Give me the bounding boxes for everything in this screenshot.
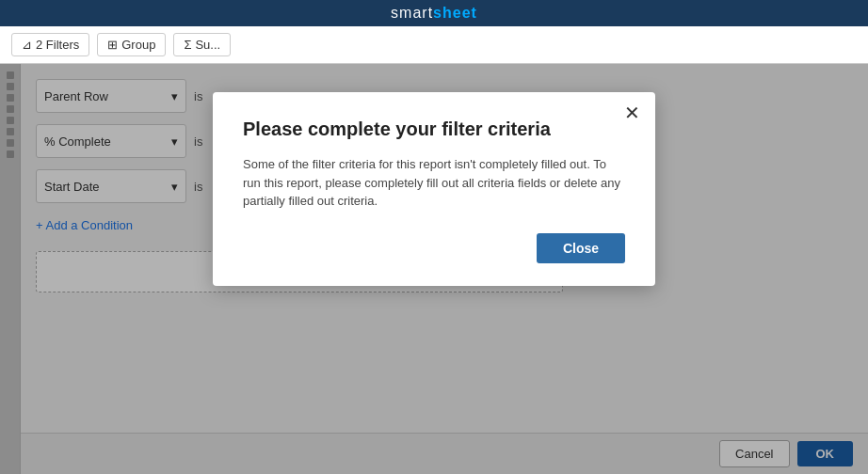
modal-footer: Close bbox=[243, 233, 625, 263]
filter-button[interactable]: ⊿ 2 Filters bbox=[11, 33, 89, 56]
filter-button-label: 2 Filters bbox=[36, 38, 79, 52]
modal-overlay: ✕ Please complete your filter criteria S… bbox=[0, 64, 868, 474]
group-icon: ⊞ bbox=[107, 38, 118, 52]
top-bar: smartsheet bbox=[0, 0, 868, 26]
main-area: Parent Row ▾ is % Complete ▾ is Start Da… bbox=[0, 64, 868, 474]
app-logo: smartsheet bbox=[391, 5, 477, 22]
toolbar: ⊿ 2 Filters ⊞ Group Σ Su... bbox=[0, 26, 868, 64]
group-button-label: Group bbox=[121, 38, 155, 52]
modal-body: Some of the filter criteria for this rep… bbox=[243, 155, 625, 211]
sum-button-label: Su... bbox=[195, 38, 220, 52]
modal-dialog: ✕ Please complete your filter criteria S… bbox=[213, 92, 655, 286]
modal-title: Please complete your filter criteria bbox=[243, 118, 625, 140]
group-button[interactable]: ⊞ Group bbox=[97, 33, 166, 56]
sum-icon: Σ bbox=[184, 38, 191, 52]
modal-close-button[interactable]: ✕ bbox=[624, 103, 640, 122]
sum-button[interactable]: Σ Su... bbox=[173, 33, 231, 56]
filter-icon: ⊿ bbox=[22, 38, 32, 52]
modal-close-action-button[interactable]: Close bbox=[537, 233, 625, 263]
